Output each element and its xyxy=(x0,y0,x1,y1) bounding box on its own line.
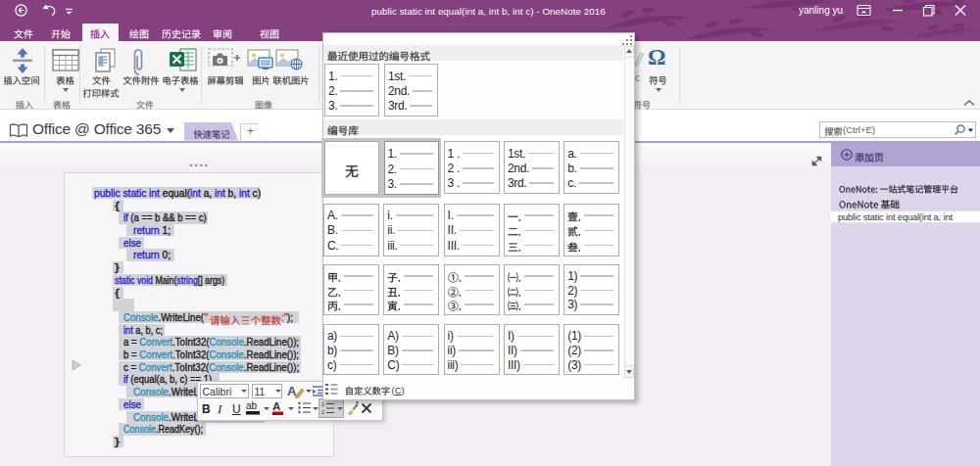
svg-text:ab: ab xyxy=(246,400,258,411)
svg-text:2: 2 xyxy=(321,409,324,415)
svg-text:A: A xyxy=(272,400,280,412)
svg-text:1: 1 xyxy=(321,401,324,407)
svg-text:A: A xyxy=(287,384,297,398)
svg-text:c: c xyxy=(635,72,640,83)
